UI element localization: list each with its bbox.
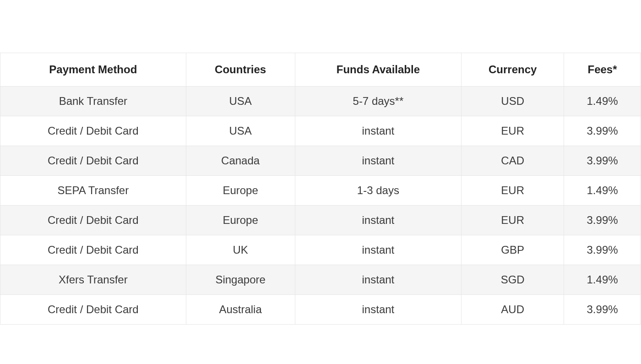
- header-fees: Fees*: [564, 53, 641, 87]
- table-row: SEPA Transfer Europe 1-3 days EUR 1.49%: [0, 176, 641, 206]
- cell-funds-available: instant: [295, 295, 462, 325]
- cell-currency: EUR: [462, 176, 564, 206]
- cell-countries: Europe: [186, 176, 295, 206]
- cell-currency: USD: [462, 87, 564, 116]
- table-row: Credit / Debit Card Europe instant EUR 3…: [0, 206, 641, 235]
- cell-funds-available: instant: [295, 116, 462, 146]
- header-payment-method: Payment Method: [0, 53, 186, 87]
- cell-funds-available: instant: [295, 265, 462, 295]
- table-row: Credit / Debit Card Canada instant CAD 3…: [0, 146, 641, 176]
- cell-countries: USA: [186, 87, 295, 116]
- cell-currency: EUR: [462, 206, 564, 235]
- cell-fees: 3.99%: [564, 295, 641, 325]
- cell-countries: Singapore: [186, 265, 295, 295]
- cell-fees: 3.99%: [564, 206, 641, 235]
- header-funds-available: Funds Available: [295, 53, 462, 87]
- cell-payment-method: SEPA Transfer: [0, 176, 186, 206]
- cell-funds-available: instant: [295, 146, 462, 176]
- cell-payment-method: Credit / Debit Card: [0, 295, 186, 325]
- table-header-row: Payment Method Countries Funds Available…: [0, 53, 641, 87]
- cell-payment-method: Credit / Debit Card: [0, 206, 186, 235]
- table-row: Credit / Debit Card USA instant EUR 3.99…: [0, 116, 641, 146]
- cell-countries: Canada: [186, 146, 295, 176]
- cell-payment-method: Credit / Debit Card: [0, 146, 186, 176]
- table-row: Xfers Transfer Singapore instant SGD 1.4…: [0, 265, 641, 295]
- cell-currency: CAD: [462, 146, 564, 176]
- payment-methods-table-wrap: Payment Method Countries Funds Available…: [0, 53, 641, 325]
- cell-payment-method: Xfers Transfer: [0, 265, 186, 295]
- cell-currency: AUD: [462, 295, 564, 325]
- cell-fees: 3.99%: [564, 146, 641, 176]
- cell-countries: Australia: [186, 295, 295, 325]
- cell-payment-method: Credit / Debit Card: [0, 116, 186, 146]
- payment-methods-table: Payment Method Countries Funds Available…: [0, 53, 641, 325]
- header-currency: Currency: [462, 53, 564, 87]
- cell-countries: Europe: [186, 206, 295, 235]
- cell-fees: 1.49%: [564, 176, 641, 206]
- cell-funds-available: instant: [295, 206, 462, 235]
- cell-funds-available: 1-3 days: [295, 176, 462, 206]
- table-row: Credit / Debit Card UK instant GBP 3.99%: [0, 235, 641, 265]
- table-row: Credit / Debit Card Australia instant AU…: [0, 295, 641, 325]
- cell-fees: 3.99%: [564, 235, 641, 265]
- cell-fees: 3.99%: [564, 116, 641, 146]
- cell-countries: UK: [186, 235, 295, 265]
- cell-currency: GBP: [462, 235, 564, 265]
- cell-fees: 1.49%: [564, 87, 641, 116]
- cell-payment-method: Credit / Debit Card: [0, 235, 186, 265]
- cell-fees: 1.49%: [564, 265, 641, 295]
- cell-funds-available: instant: [295, 235, 462, 265]
- cell-payment-method: Bank Transfer: [0, 87, 186, 116]
- table-row: Bank Transfer USA 5-7 days** USD 1.49%: [0, 87, 641, 116]
- cell-funds-available: 5-7 days**: [295, 87, 462, 116]
- cell-countries: USA: [186, 116, 295, 146]
- cell-currency: SGD: [462, 265, 564, 295]
- header-countries: Countries: [186, 53, 295, 87]
- cell-currency: EUR: [462, 116, 564, 146]
